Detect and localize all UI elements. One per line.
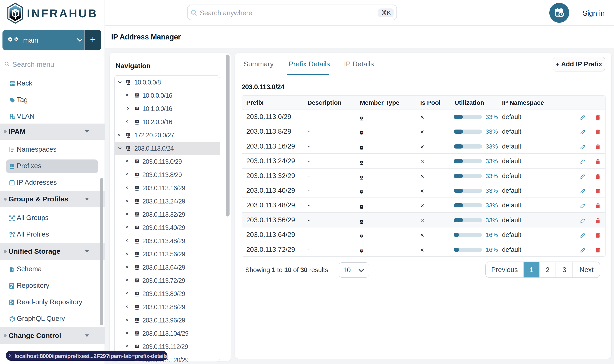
svg-text:IP: IP xyxy=(136,266,138,268)
svg-text:IP: IP xyxy=(136,160,138,162)
svg-text:IP: IP xyxy=(361,131,362,134)
svg-text:IP: IP xyxy=(136,120,138,123)
svg-text:IP: IP xyxy=(136,173,138,176)
svg-text:IP: IP xyxy=(127,133,129,136)
svg-text:IP: IP xyxy=(136,319,138,321)
svg-text:IP: IP xyxy=(361,146,362,149)
svg-text:IP: IP xyxy=(136,332,138,334)
svg-text:IP: IP xyxy=(136,305,138,308)
svg-text:IP: IP xyxy=(136,94,138,96)
svg-text:IP: IP xyxy=(127,147,129,149)
svg-text:IP: IP xyxy=(136,213,138,215)
svg-text:IP: IP xyxy=(361,117,362,119)
svg-text:IP: IP xyxy=(361,191,362,193)
svg-text:IP: IP xyxy=(361,205,362,208)
svg-text:IP: IP xyxy=(136,239,138,242)
svg-text:IP: IP xyxy=(136,252,138,255)
svg-text:IP: IP xyxy=(127,80,129,83)
svg-text:IP: IP xyxy=(136,279,138,281)
svg-text:IP: IP xyxy=(361,176,362,178)
svg-text:IP: IP xyxy=(361,250,362,252)
svg-text:IP: IP xyxy=(136,226,138,229)
svg-text:IP: IP xyxy=(136,292,138,295)
svg-text:IP: IP xyxy=(136,107,138,109)
svg-text:IP: IP xyxy=(361,235,362,237)
svg-text:IP: IP xyxy=(136,186,138,189)
svg-text:IP: IP xyxy=(11,164,13,167)
svg-text:IP: IP xyxy=(136,200,138,202)
svg-text:IP: IP xyxy=(11,181,13,184)
svg-text:IP: IP xyxy=(136,345,138,348)
svg-text:IP: IP xyxy=(361,161,362,163)
svg-text:IP: IP xyxy=(361,220,362,222)
